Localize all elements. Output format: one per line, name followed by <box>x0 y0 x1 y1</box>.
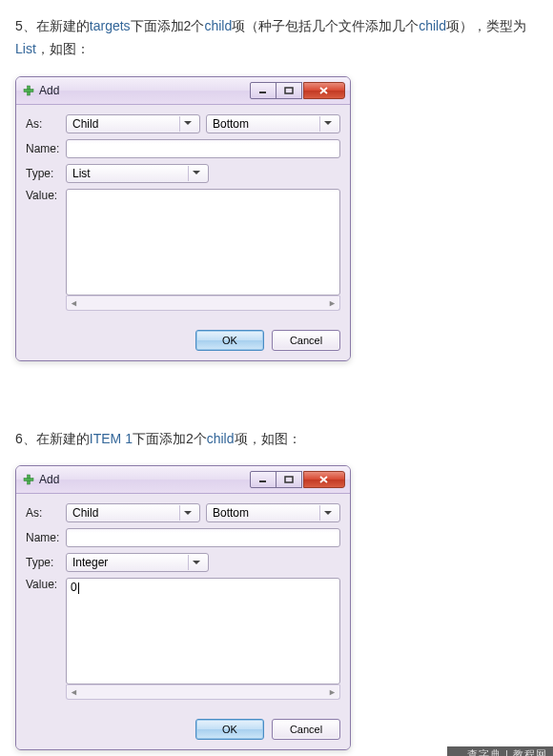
link-targets: targets <box>90 18 131 33</box>
type-value: Integer <box>72 556 184 569</box>
scroll-right-icon: ► <box>328 298 337 308</box>
svg-rect-5 <box>24 479 33 481</box>
position-value: Bottom <box>213 117 316 131</box>
titlebar[interactable]: Add <box>16 466 350 494</box>
type-label: Type: <box>26 556 66 569</box>
chevron-down-icon <box>179 505 195 521</box>
add-icon <box>22 84 35 97</box>
svg-rect-2 <box>259 92 266 93</box>
add-dialog-1: Add As: Child Bottom Name: Type: Lis <box>15 76 351 361</box>
name-input[interactable] <box>66 528 340 547</box>
name-label: Name: <box>26 531 66 544</box>
text: 下面添加2个 <box>133 431 207 446</box>
ok-button[interactable]: OK <box>195 719 264 740</box>
type-value: List <box>72 167 184 180</box>
text: ，如图： <box>36 41 90 56</box>
chevron-down-icon <box>188 166 204 181</box>
dialog-title: Add <box>39 473 250 486</box>
link-item1: ITEM 1 <box>90 431 133 446</box>
link-list: List <box>15 41 36 56</box>
name-input[interactable] <box>66 139 340 158</box>
svg-rect-3 <box>285 88 293 93</box>
minimize-button[interactable] <box>250 471 276 488</box>
minimize-button[interactable] <box>250 82 276 99</box>
scroll-left-icon: ◄ <box>70 298 78 308</box>
scroll-left-icon: ◄ <box>70 687 78 697</box>
text-cursor <box>78 582 79 594</box>
h-scrollbar[interactable]: ◄ ► <box>66 296 340 311</box>
watermark: 查字典 | 教程网 jiaocheng.chazidian.com <box>447 746 553 756</box>
chevron-down-icon <box>319 116 336 132</box>
button-row: OK Cancel <box>16 322 350 360</box>
link-child: child <box>204 18 232 33</box>
chevron-down-icon <box>188 555 204 570</box>
name-label: Name: <box>26 142 66 155</box>
titlebar[interactable]: Add <box>16 77 350 105</box>
text: 5、在新建的 <box>15 18 90 33</box>
chevron-down-icon <box>179 116 195 132</box>
cancel-button[interactable]: Cancel <box>272 719 340 740</box>
window-controls <box>250 82 345 99</box>
step5-instruction: 5、在新建的targets下面添加2个child项（种子包括几个文件添加几个ch… <box>15 15 538 61</box>
text: 下面添加2个 <box>131 18 205 33</box>
text: 项），类型为 <box>446 18 526 33</box>
maximize-button[interactable] <box>276 471 302 488</box>
maximize-button[interactable] <box>276 82 302 99</box>
button-row: OK Cancel <box>16 711 350 749</box>
add-dialog-2: Add As: Child Bottom Name: Type: Int <box>15 465 351 750</box>
position-dropdown[interactable]: Bottom <box>206 114 340 133</box>
value-textarea[interactable] <box>66 189 340 296</box>
value-textarea[interactable]: 0 <box>66 578 340 684</box>
close-button[interactable] <box>303 471 345 488</box>
text: 6、在新建的 <box>15 431 90 446</box>
link-child: child <box>419 18 446 33</box>
dialog-body: As: Child Bottom Name: Type: Integer Val… <box>16 494 350 711</box>
position-dropdown[interactable]: Bottom <box>206 503 340 522</box>
as-value: Child <box>72 117 175 131</box>
scroll-right-icon: ► <box>328 687 337 697</box>
h-scrollbar[interactable]: ◄ ► <box>66 684 340 700</box>
type-label: Type: <box>26 167 66 180</box>
as-value: Child <box>72 506 175 520</box>
type-dropdown[interactable]: Integer <box>66 553 209 572</box>
svg-rect-7 <box>285 477 293 482</box>
as-dropdown[interactable]: Child <box>66 114 200 133</box>
text: 项（种子包括几个文件添加几个 <box>232 18 419 33</box>
as-label: As: <box>26 506 66 520</box>
svg-rect-6 <box>259 480 266 482</box>
add-icon <box>22 473 35 486</box>
text: 项，如图： <box>235 431 301 446</box>
position-value: Bottom <box>213 506 316 520</box>
link-child: child <box>207 431 235 446</box>
type-dropdown[interactable]: List <box>66 164 209 183</box>
as-dropdown[interactable]: Child <box>66 503 200 522</box>
dialog-body: As: Child Bottom Name: Type: List Value: <box>16 105 350 322</box>
close-button[interactable] <box>303 82 345 99</box>
as-label: As: <box>26 117 66 131</box>
step6-instruction: 6、在新建的ITEM 1下面添加2个child项，如图： <box>15 428 538 451</box>
value-label: Value: <box>26 189 66 202</box>
value-label: Value: <box>26 578 66 591</box>
window-controls <box>250 471 345 488</box>
chevron-down-icon <box>319 505 336 521</box>
watermark-line1: 查字典 | 教程网 <box>467 748 547 756</box>
svg-rect-1 <box>24 89 33 92</box>
dialog-title: Add <box>39 84 250 97</box>
cancel-button[interactable]: Cancel <box>272 330 340 351</box>
ok-button[interactable]: OK <box>195 330 264 351</box>
